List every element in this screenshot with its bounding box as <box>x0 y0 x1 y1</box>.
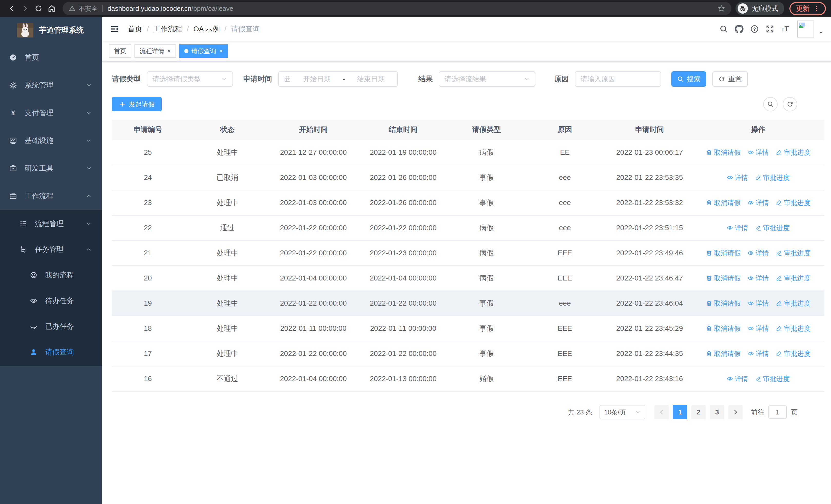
table-cell: 2022-01-22 00:00:00 <box>356 350 451 358</box>
prev-page-button[interactable] <box>654 405 669 419</box>
avatar-caret-icon[interactable] <box>819 30 823 35</box>
cancel-leave-link[interactable]: 取消请假 <box>706 349 741 358</box>
tab-label: 首页 <box>114 47 126 55</box>
cancel-leave-link[interactable]: 取消请假 <box>706 299 741 308</box>
table-cell: 17 <box>112 350 184 358</box>
apply-time-range-picker[interactable]: 开始日期 - 结束日期 <box>278 71 398 87</box>
approval-progress-link[interactable]: 审批进度 <box>755 224 790 233</box>
reset-button[interactable]: 重置 <box>712 71 748 87</box>
reason-field[interactable] <box>575 71 661 87</box>
tab-leave-query[interactable]: 请假查询× <box>179 45 228 58</box>
cancel-leave-link[interactable]: 取消请假 <box>706 324 741 333</box>
sidebar-item-system-mgmt[interactable]: 系统管理 <box>0 71 102 99</box>
detail-link[interactable]: 详情 <box>747 274 769 283</box>
sidebar-item-workflow[interactable]: 工作流程 <box>0 182 102 210</box>
detail-link[interactable]: 详情 <box>726 224 748 233</box>
leave-type-select[interactable]: 请选择请假类型 <box>147 71 233 87</box>
browser-home-button[interactable] <box>45 2 58 15</box>
chevron-right-icon <box>732 409 739 415</box>
approval-progress-link[interactable]: 审批进度 <box>776 349 810 358</box>
table-cell: EEE <box>522 249 607 257</box>
breadcrumb-item[interactable]: OA 示例 <box>194 24 220 34</box>
column-header: 申请时间 <box>607 125 692 135</box>
sidebar-item-home[interactable]: 首页 <box>0 43 102 71</box>
github-icon[interactable] <box>732 21 747 37</box>
breadcrumb-separator: / <box>187 25 189 33</box>
logo[interactable]: 芋道管理系统 <box>0 17 102 43</box>
browser-reload-button[interactable] <box>32 2 45 15</box>
search-icon[interactable] <box>716 21 732 37</box>
detail-link[interactable]: 详情 <box>747 299 769 308</box>
cancel-leave-link[interactable]: 取消请假 <box>706 274 741 283</box>
sidebar-item-infrastructure[interactable]: 基础设施 <box>0 127 102 154</box>
detail-link[interactable]: 详情 <box>747 349 769 358</box>
cancel-leave-link[interactable]: 取消请假 <box>706 148 741 157</box>
tab-close-icon[interactable]: × <box>219 48 223 54</box>
actions-cell: 详情审批进度 <box>692 224 824 233</box>
sidebar-collapse-icon[interactable] <box>110 24 119 34</box>
search-button[interactable]: 搜索 <box>671 71 706 87</box>
approval-progress-link[interactable]: 审批进度 <box>776 324 810 333</box>
next-page-button[interactable] <box>728 405 743 419</box>
toggle-search-button[interactable] <box>763 97 778 111</box>
browser-back-button[interactable] <box>5 2 19 15</box>
font-size-icon[interactable]: TT <box>778 21 793 37</box>
tab-close-icon[interactable]: × <box>167 48 171 54</box>
table-cell: 病假 <box>451 273 522 283</box>
fullscreen-icon[interactable] <box>762 21 778 37</box>
detail-link[interactable]: 详情 <box>747 148 769 157</box>
action-label: 详情 <box>755 198 769 207</box>
calendar-icon <box>284 76 291 83</box>
approval-progress-link[interactable]: 审批进度 <box>776 299 810 308</box>
goto-page-input[interactable] <box>768 406 787 419</box>
page-size-select[interactable]: 10条/页 <box>600 405 645 419</box>
sidebar-item-payment-mgmt[interactable]: ¥支付管理 <box>0 99 102 127</box>
approval-progress-link[interactable]: 审批进度 <box>776 249 810 258</box>
sidebar-item-task-mgmt[interactable]: 任务管理 <box>0 237 102 262</box>
sidebar-item-my-process[interactable]: 我的流程 <box>0 262 102 288</box>
address-bar[interactable]: 不安全 dashboard.yudao.iocoder.cn /bpm/oa/l… <box>63 2 732 15</box>
tab-home[interactable]: 首页 <box>109 45 132 58</box>
browser-menu-icon[interactable] <box>813 5 820 12</box>
page-button-1[interactable]: 1 <box>673 405 687 419</box>
page-button-3[interactable]: 3 <box>710 405 724 419</box>
refresh-table-button[interactable] <box>783 97 797 111</box>
bookmark-star-icon[interactable] <box>718 5 725 12</box>
approval-progress-link[interactable]: 审批进度 <box>755 375 790 383</box>
approval-progress-link[interactable]: 审批进度 <box>755 173 790 182</box>
avatar[interactable] <box>797 21 814 37</box>
sidebar-item-dev-tools[interactable]: 研发工具 <box>0 154 102 182</box>
sidebar-item-leave-query[interactable]: 请假查询 <box>0 339 102 365</box>
cancel-leave-link[interactable]: 取消请假 <box>706 198 741 207</box>
detail-link[interactable]: 详情 <box>747 249 769 258</box>
reason-input[interactable] <box>580 75 656 83</box>
help-icon[interactable]: ? <box>747 21 762 37</box>
table-cell: 不通过 <box>184 374 271 384</box>
cancel-leave-link[interactable]: 取消请假 <box>706 249 741 258</box>
sidebar-item-done-tasks[interactable]: 已办任务 <box>0 314 102 339</box>
page-button-2[interactable]: 2 <box>691 405 706 419</box>
browser-update-button[interactable]: 更新 <box>790 2 826 15</box>
approval-progress-link[interactable]: 审批进度 <box>776 198 810 207</box>
table-cell: EEE <box>522 350 607 358</box>
result-select[interactable]: 请选择流结果 <box>439 71 535 87</box>
approval-progress-link[interactable]: 审批进度 <box>776 274 810 283</box>
detail-link[interactable]: 详情 <box>726 375 748 383</box>
sidebar-item-todo-tasks[interactable]: 待办任务 <box>0 288 102 314</box>
tab-process-detail[interactable]: 流程详情× <box>135 45 176 58</box>
approval-progress-link[interactable]: 审批进度 <box>776 148 810 157</box>
table-row: 16不通过2022-01-04 00:00:002022-01-13 00:00… <box>112 366 824 392</box>
sidebar-item-label: 系统管理 <box>25 80 53 90</box>
breadcrumb-item[interactable]: 首页 <box>128 24 142 34</box>
security-indicator[interactable]: 不安全 <box>69 4 98 13</box>
table-cell: 22 <box>112 224 184 232</box>
table-cell: 2021-12-27 00:00:00 <box>271 148 356 156</box>
create-leave-button[interactable]: 发起请假 <box>112 97 162 111</box>
detail-link[interactable]: 详情 <box>747 324 769 333</box>
breadcrumb-item[interactable]: 工作流程 <box>153 24 182 34</box>
eye-open-icon <box>30 297 37 305</box>
sidebar-item-process-mgmt[interactable]: 流程管理 <box>0 211 102 237</box>
detail-link[interactable]: 详情 <box>747 198 769 207</box>
browser-forward-button[interactable] <box>19 2 32 15</box>
detail-link[interactable]: 详情 <box>726 173 748 182</box>
